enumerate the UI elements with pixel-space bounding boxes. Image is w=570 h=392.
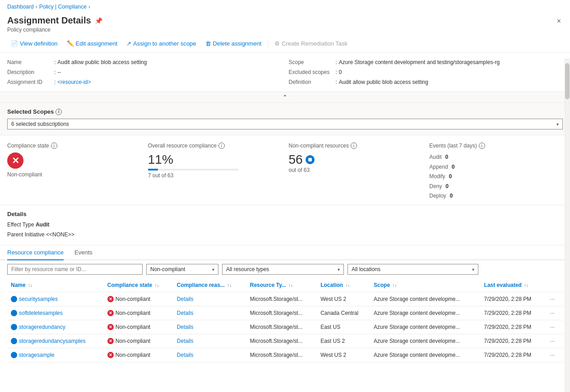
resource-name-link-1[interactable]: softdeletesamples: [11, 310, 100, 316]
nc-icon-3: ✕: [107, 338, 114, 344]
resource-name-link-0[interactable]: securitysamples: [11, 296, 100, 302]
breadcrumb: Dashboard › Policy | Compliance ›: [0, 0, 570, 14]
cell-last-evaluated-1: 7/29/2020, 2:28 PM: [481, 306, 545, 320]
resource-type-chevron-icon: ▾: [338, 267, 340, 272]
overall-info-icon[interactable]: i: [218, 143, 225, 149]
view-definition-button[interactable]: 📄 View definition: [7, 38, 61, 49]
vertical-scrollbar[interactable]: [565, 59, 570, 392]
close-button[interactable]: ×: [555, 15, 563, 27]
cell-more-0: ···: [545, 292, 563, 306]
more-options-button-0[interactable]: ···: [548, 295, 556, 303]
sort-icon-name: ↑↓: [28, 283, 32, 288]
col-name[interactable]: Name ↑↓: [7, 278, 104, 292]
event-append: Append 0: [429, 162, 563, 172]
scrollbar-thumb[interactable]: [565, 63, 570, 99]
col-compliance-state[interactable]: Compliance state ↑↓: [104, 278, 173, 292]
resource-name-link-2[interactable]: storageredundancy: [11, 324, 100, 330]
detail-colon: :: [54, 79, 56, 85]
tab-events[interactable]: Events: [74, 245, 93, 260]
cell-more-3: ···: [545, 334, 563, 348]
assign-scope-button[interactable]: ↗ Assign to another scope: [123, 38, 199, 49]
non-compliant-sub: out of 63: [289, 167, 422, 173]
detail-colon: :: [336, 59, 337, 65]
details-link-4[interactable]: Details: [177, 352, 194, 358]
cell-last-evaluated-2: 7/29/2020, 2:28 PM: [481, 320, 545, 334]
cell-reason-4: Details: [173, 348, 246, 362]
resource-type-filter-dropdown[interactable]: All resource types ▾: [222, 264, 344, 275]
details-link-0[interactable]: Details: [177, 296, 194, 302]
cell-compliance-0: ✕ Non-compliant: [104, 292, 173, 306]
sort-icon-resource-type: ↑↓: [288, 283, 293, 288]
cell-reason-1: Details: [173, 306, 246, 320]
resource-link-icon-1: [11, 310, 17, 316]
cell-location-0: West US 2: [317, 292, 370, 306]
col-location[interactable]: Location ↑↓: [317, 278, 370, 292]
cell-scope-2: Azure Storage content developme...: [370, 320, 480, 334]
details-link-3[interactable]: Details: [177, 338, 194, 344]
assignment-id-row: Assignment ID : <resource-id>: [7, 78, 282, 86]
cell-compliance-3: ✕ Non-compliant: [104, 334, 173, 348]
more-options-button-4[interactable]: ···: [548, 351, 556, 359]
resource-link-icon-3: [11, 338, 17, 344]
non-compliant-info-icon[interactable]: i: [351, 143, 357, 149]
col-compliance-reason[interactable]: Compliance reas... ↑↓: [173, 278, 246, 292]
col-scope[interactable]: Scope ↑↓: [370, 278, 480, 292]
event-audit: Audit 0: [429, 152, 563, 162]
more-options-button-2[interactable]: ···: [548, 323, 556, 331]
edit-assignment-button[interactable]: ✏️ Edit assignment: [63, 38, 121, 49]
breadcrumb-dashboard[interactable]: Dashboard: [7, 4, 34, 10]
delete-assignment-button[interactable]: 🗑 Delete assignment: [202, 38, 265, 49]
table-row: softdeletesamples ✕ Non-compliant Detail…: [7, 306, 563, 320]
location-filter-dropdown[interactable]: All locations ▾: [348, 264, 478, 275]
cell-more-4: ···: [545, 348, 563, 362]
view-icon: 📄: [11, 40, 18, 47]
resource-type-icon: [306, 155, 315, 164]
event-deploy: Deploy 0: [429, 191, 563, 201]
cell-resource-type-2: Microsoft.Storage/st...: [246, 320, 317, 334]
events-card: Events (last 7 days) i Audit 0 Append 0 …: [429, 143, 563, 201]
compliance-chevron-icon: ▾: [212, 267, 214, 272]
breadcrumb-policy[interactable]: Policy | Compliance: [39, 4, 87, 10]
collapse-bar[interactable]: ⌃: [0, 92, 570, 103]
cell-more-1: ···: [545, 306, 563, 320]
create-remediation-button[interactable]: ⚙ Create Remediation Task: [271, 38, 351, 49]
scopes-section: Selected Scopes i 6 selected subscriptio…: [0, 103, 570, 135]
events-info-icon[interactable]: i: [479, 143, 485, 149]
detail-colon: :: [54, 69, 56, 75]
more-options-button-3[interactable]: ···: [548, 337, 556, 345]
resource-name-link-3[interactable]: storageredundancysamples: [11, 338, 100, 344]
cell-compliance-4: ✕ Non-compliant: [104, 348, 173, 362]
scopes-info-icon[interactable]: i: [56, 109, 62, 115]
events-list: Audit 0 Append 0 Modify 0 Deny 0 Deploy: [429, 152, 563, 201]
scope-dropdown[interactable]: 6 selected subscriptions ▾: [7, 119, 563, 129]
progress-bar: [148, 169, 238, 171]
col-resource-type[interactable]: Resource Ty... ↑↓: [246, 278, 317, 292]
col-last-evaluated[interactable]: Last evaluated ↑↓: [481, 278, 545, 292]
nc-icon-4: ✕: [107, 352, 114, 358]
resource-name-link-4[interactable]: storagesample: [11, 352, 100, 358]
collapse-icon: ⌃: [283, 94, 287, 101]
overall-compliance-card: Overall resource compliance i 11% 7 out …: [148, 143, 282, 201]
pin-icon[interactable]: 📌: [95, 17, 102, 24]
detail-colon: :: [54, 59, 56, 65]
cell-name-0: securitysamples: [7, 292, 104, 306]
details-link-1[interactable]: Details: [177, 310, 194, 316]
compliance-filter-dropdown[interactable]: Non-compliant ▾: [146, 264, 218, 275]
table-row: storageredundancysamples ✕ Non-compliant…: [7, 334, 563, 348]
cell-name-1: softdeletesamples: [7, 306, 104, 320]
tab-resource-compliance[interactable]: Resource compliance: [7, 245, 64, 260]
non-compliant-count: 56: [289, 152, 303, 167]
resource-link-icon-2: [11, 324, 17, 330]
cell-compliance-1: ✕ Non-compliant: [104, 306, 173, 320]
effect-type-value: Audit: [36, 221, 50, 228]
cell-name-4: storagesample: [7, 348, 104, 362]
more-options-button-1[interactable]: ···: [548, 309, 556, 317]
search-input[interactable]: [7, 264, 143, 275]
cell-scope-0: Azure Storage content developme...: [370, 292, 480, 306]
compliance-state-info-icon[interactable]: i: [51, 143, 57, 149]
details-link-2[interactable]: Details: [177, 324, 194, 330]
location-chevron-icon: ▾: [472, 267, 474, 272]
delete-icon: 🗑: [205, 40, 211, 47]
cell-reason-3: Details: [173, 334, 246, 348]
progress-bar-container: [148, 169, 282, 171]
